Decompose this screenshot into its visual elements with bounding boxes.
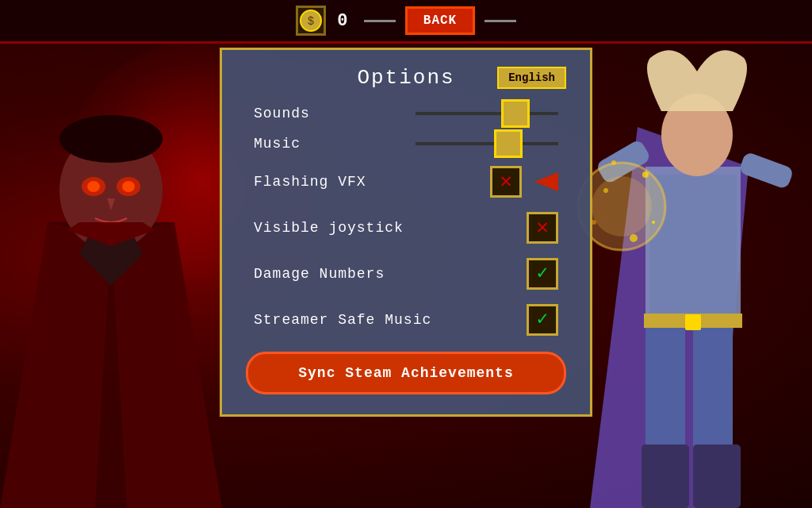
streamer-safe-control: ✓ bbox=[527, 304, 558, 336]
sounds-control[interactable] bbox=[416, 112, 558, 115]
sounds-slider[interactable] bbox=[416, 112, 558, 115]
svg-point-27 bbox=[642, 171, 649, 178]
svg-point-8 bbox=[122, 181, 135, 192]
svg-point-29 bbox=[630, 234, 638, 242]
x-mark-icon: ✕ bbox=[500, 171, 512, 192]
option-row-sounds: Sounds bbox=[246, 106, 566, 121]
flashing-vfx-checkbox[interactable]: ✕ bbox=[490, 166, 522, 198]
fighter-character bbox=[574, 48, 812, 508]
panel-header: Options English bbox=[246, 66, 566, 90]
sync-steam-achievements-button[interactable]: Sync Steam Achievements bbox=[246, 352, 566, 394]
svg-rect-19 bbox=[693, 444, 741, 508]
option-row-damage-numbers: Damage Numbers ✓ bbox=[246, 258, 566, 290]
sounds-slider-handle[interactable] bbox=[501, 99, 530, 128]
damage-numbers-label: Damage Numbers bbox=[254, 266, 385, 282]
option-row-visible-joystick: Visible joystick ✕ bbox=[246, 212, 566, 244]
svg-rect-18 bbox=[642, 444, 689, 508]
option-row-flashing-vfx: Flashing VFX ✕ bbox=[246, 166, 566, 198]
option-row-streamer-safe: Streamer Safe Music ✓ bbox=[246, 304, 566, 336]
coin-icon: $ bbox=[296, 6, 326, 36]
svg-point-28 bbox=[603, 188, 608, 193]
back-button[interactable]: BACK bbox=[405, 6, 475, 35]
x-mark-icon-2: ✕ bbox=[536, 217, 549, 238]
damage-numbers-control: ✓ bbox=[527, 258, 558, 290]
svg-point-7 bbox=[87, 181, 100, 192]
option-row-music: Music bbox=[246, 136, 566, 152]
coin-display: $ 0 bbox=[296, 6, 354, 36]
svg-rect-33 bbox=[685, 314, 701, 330]
damage-numbers-checkbox[interactable]: ✓ bbox=[527, 258, 558, 290]
sync-button-container: Sync Steam Achievements bbox=[246, 352, 566, 394]
options-panel: Options English Sounds Music Flashing VF… bbox=[220, 48, 592, 417]
separator-right bbox=[485, 20, 516, 22]
red-arrow-icon bbox=[534, 172, 558, 191]
music-control[interactable] bbox=[416, 142, 558, 145]
svg-point-26 bbox=[592, 176, 652, 237]
visible-joystick-checkbox[interactable]: ✕ bbox=[527, 212, 558, 244]
music-label: Music bbox=[254, 136, 301, 152]
checkmark-icon: ✓ bbox=[537, 264, 548, 283]
svg-point-31 bbox=[652, 221, 655, 224]
svg-text:$: $ bbox=[308, 15, 314, 28]
vampire-character bbox=[0, 64, 222, 508]
svg-point-10 bbox=[59, 115, 163, 163]
streamer-safe-label: Streamer Safe Music bbox=[254, 312, 431, 328]
separator-left bbox=[364, 20, 396, 22]
svg-point-32 bbox=[611, 160, 616, 165]
visible-joystick-control: ✕ bbox=[527, 212, 558, 244]
visible-joystick-label: Visible joystick bbox=[254, 220, 404, 236]
coin-value: 0 bbox=[331, 11, 354, 31]
music-slider-handle[interactable] bbox=[494, 129, 523, 158]
sounds-label: Sounds bbox=[254, 106, 310, 121]
streamer-safe-checkbox[interactable]: ✓ bbox=[527, 304, 558, 336]
options-title: Options bbox=[357, 66, 454, 90]
language-button[interactable]: English bbox=[497, 67, 566, 89]
music-slider[interactable] bbox=[416, 142, 558, 145]
arrow-indicator bbox=[534, 172, 558, 191]
top-bar: $ 0 BACK bbox=[0, 0, 812, 44]
flashing-vfx-control: ✕ bbox=[490, 166, 558, 198]
checkmark-icon-2: ✓ bbox=[537, 310, 548, 329]
flashing-vfx-label: Flashing VFX bbox=[254, 174, 366, 190]
